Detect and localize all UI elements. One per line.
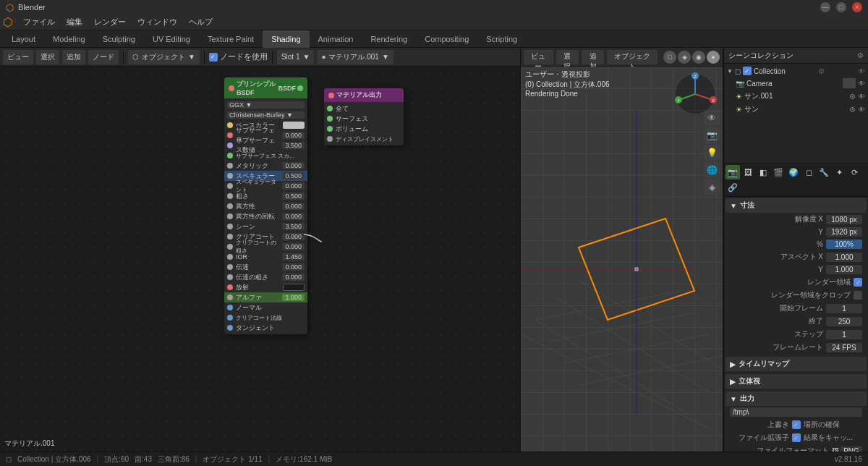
material-dropdown[interactable]: ● マテリアル.001 ▼: [317, 50, 393, 64]
anisotropic-rot-row[interactable]: 異方性の回転 0.000: [224, 211, 307, 221]
slot-dropdown[interactable]: Slot 1 ▼: [277, 50, 314, 64]
tab-uv-editing[interactable]: UV Editing: [144, 30, 199, 48]
sheen-row[interactable]: シーン 3.500: [224, 221, 307, 232]
minimize-button[interactable]: —: [820, 2, 830, 12]
dimensions-header[interactable]: ▼ 寸法: [726, 198, 867, 213]
scene-collection-item[interactable]: ▼ ◻ ✓ Collection ⚙ 👁: [724, 65, 868, 77]
aspect-y-value[interactable]: 1.000: [826, 265, 862, 274]
anisotropic-row[interactable]: 異方性 0.000: [224, 201, 307, 211]
frame-start-value[interactable]: 1: [826, 304, 862, 313]
tangent-row[interactable]: タンジェント: [224, 323, 307, 333]
viewport-gizmo[interactable]: Z X Y: [673, 72, 717, 116]
ggx-row[interactable]: GGX ▼: [224, 100, 307, 110]
output-header[interactable]: ▼ 出力: [726, 391, 867, 406]
ior-row[interactable]: IOR 1.450: [224, 252, 307, 262]
viewport-select-btn[interactable]: 選択: [556, 50, 579, 64]
solid-btn[interactable]: ◈: [678, 51, 691, 64]
collection-check[interactable]: ✓: [743, 67, 752, 75]
overwrite-check[interactable]: ✓: [792, 420, 801, 429]
rendered-btn[interactable]: ●: [707, 51, 720, 64]
fps-value[interactable]: 24 FPS: [826, 343, 862, 352]
subsurface-radius-row[interactable]: サブサーフェス数値 3.500: [224, 140, 307, 151]
normal-row[interactable]: ノーマル: [224, 302, 307, 313]
distribution-row[interactable]: Christensen-Burley ▼: [224, 110, 307, 120]
all-row[interactable]: 全て: [324, 103, 404, 114]
stereoscopy-header[interactable]: ▶ 立体視: [726, 374, 867, 389]
transmission-row[interactable]: 伝達 0.000: [224, 262, 307, 272]
filter-icon[interactable]: ⚙: [857, 51, 864, 59]
world-tab[interactable]: 🌍: [786, 165, 801, 179]
maximize-button[interactable]: □: [836, 2, 846, 12]
light-icon[interactable]: 💡: [704, 145, 720, 161]
specular-tint-row[interactable]: スペキュラータント 0.000: [224, 181, 307, 191]
viewport-view-btn[interactable]: ビュー: [524, 50, 553, 64]
tab-scripting[interactable]: Scripting: [477, 30, 526, 48]
constraints-tab[interactable]: 🔗: [726, 180, 740, 195]
tab-animation[interactable]: Animation: [310, 30, 362, 48]
res-y-value[interactable]: 1920 px: [826, 227, 862, 237]
menu-help[interactable]: ヘルプ: [183, 15, 218, 29]
transmission-rough-row[interactable]: 伝達の粗さ 0.000: [224, 272, 307, 282]
displacement-row[interactable]: ディスプレイスメント: [324, 134, 404, 144]
render-props-tab[interactable]: 📷: [726, 165, 740, 179]
camera-eye[interactable]: 👁: [858, 80, 865, 88]
select-button[interactable]: 選択: [36, 50, 59, 64]
viewport-add-btn[interactable]: 追加: [582, 50, 604, 64]
alpha-row[interactable]: アルファ 1.000: [224, 292, 307, 302]
eye-icon[interactable]: 👁: [858, 67, 865, 75]
wireframe-btn[interactable]: □: [663, 51, 676, 64]
tab-layout[interactable]: Layout: [3, 30, 44, 48]
modifier-tab[interactable]: 🔧: [817, 165, 831, 179]
overlay-icon[interactable]: ◈: [704, 179, 720, 195]
timeremap-header[interactable]: ▶ タイムリマップ: [726, 357, 867, 371]
tab-shading[interactable]: Shading: [263, 30, 309, 48]
sun001-item[interactable]: ☀ サン.001 ⚙ 👁: [724, 90, 868, 103]
camera-icon[interactable]: 📷: [704, 127, 720, 143]
viewport-canvas[interactable]: ユーザー・透視投影 (0) Collection | 立方体.006 Rende…: [521, 67, 723, 452]
crop-check[interactable]: [854, 291, 862, 300]
volume-row[interactable]: ボリューム: [324, 124, 404, 134]
aspect-x-value[interactable]: 1.000: [826, 253, 862, 262]
frame-step-value[interactable]: 1: [826, 330, 862, 339]
viewlayer-tab[interactable]: ◧: [756, 165, 770, 179]
view-icon[interactable]: 👁: [704, 110, 720, 126]
sun-item[interactable]: ☀ サン ⚙ 👁: [724, 103, 868, 116]
close-button[interactable]: ✕: [852, 2, 862, 12]
node-canvas[interactable]: プリンシプルBSDF BSDF GGX ▼ Christensen-Burley…: [0, 67, 520, 452]
emission-row[interactable]: 放射: [224, 282, 307, 292]
add-button[interactable]: 追加: [62, 50, 85, 64]
menu-window[interactable]: ウィンドウ: [132, 15, 183, 29]
menu-file[interactable]: ファイル: [17, 15, 61, 29]
output-path-value[interactable]: /tmp\: [730, 407, 862, 417]
mode-dropdown[interactable]: ⬡ オブジェクト ▼: [128, 50, 200, 64]
tab-modeling[interactable]: Modeling: [44, 30, 94, 48]
roughness-row[interactable]: 粗さ 0.500: [224, 191, 307, 201]
format-value[interactable]: PNG: [841, 446, 862, 452]
subsurface-color-row[interactable]: サブサーフェス スカ...: [224, 151, 307, 161]
use-nodes-check[interactable]: ✓ ノードを使用: [209, 51, 268, 62]
principled-bsdf-node[interactable]: プリンシプルBSDF BSDF GGX ▼ Christensen-Burley…: [224, 77, 307, 334]
material-btn[interactable]: ◉: [692, 51, 705, 64]
node-button[interactable]: ノード: [88, 50, 119, 64]
sun-eye[interactable]: 👁: [858, 106, 865, 114]
viewport-object-btn[interactable]: オブジェクト: [607, 50, 658, 64]
tab-compositing[interactable]: Compositing: [416, 30, 477, 48]
particles-tab[interactable]: ✦: [832, 165, 846, 179]
sun001-eye[interactable]: 👁: [858, 93, 865, 101]
menu-edit[interactable]: 編集: [61, 15, 88, 29]
menu-render[interactable]: レンダー: [88, 15, 132, 29]
res-pct-value[interactable]: 100%: [826, 240, 862, 249]
clearcoat-normal-row[interactable]: クリアコート法線: [224, 313, 307, 323]
output-props-tab[interactable]: 🖼: [741, 165, 755, 179]
clearcoat-rough-row[interactable]: クリアコートの粗さ 0.000: [224, 242, 307, 252]
res-x-value[interactable]: 1080 px: [826, 215, 862, 224]
camera-item[interactable]: 📷 Camera 👁: [724, 77, 868, 90]
metallic-row[interactable]: メタリック 0.000: [224, 161, 307, 171]
frame-end-value[interactable]: 250: [826, 317, 862, 326]
render-region-check[interactable]: ✓: [854, 278, 862, 287]
scene-tab[interactable]: 🎬: [771, 165, 786, 179]
object-tab[interactable]: ◻: [801, 165, 816, 179]
tab-texture-paint[interactable]: Texture Paint: [199, 30, 263, 48]
ext-check[interactable]: ✓: [792, 433, 801, 442]
world-icon[interactable]: 🌐: [704, 162, 720, 178]
